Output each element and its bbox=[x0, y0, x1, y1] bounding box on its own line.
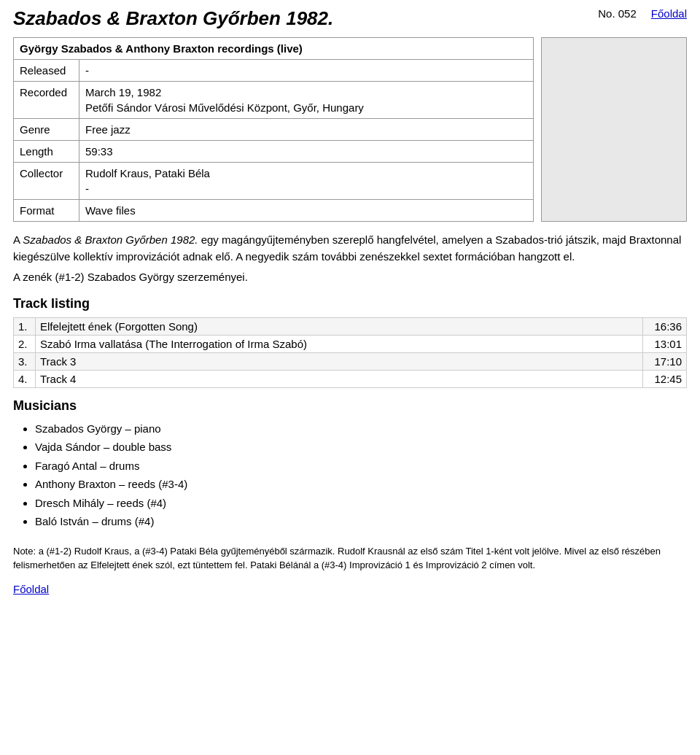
length-value: 59:33 bbox=[79, 141, 534, 163]
track-num: 2. bbox=[14, 335, 36, 352]
track-num: 4. bbox=[14, 370, 36, 387]
musicians-list: Szabados György – pianoVajda Sándor – do… bbox=[13, 419, 687, 531]
musician-item: Dresch Mihály – reeds (#4) bbox=[35, 494, 687, 513]
top-header: Szabados & Braxton Győrben 1982. No. 052… bbox=[13, 7, 687, 30]
genre-value: Free jazz bbox=[79, 119, 534, 141]
note-section: Note: a (#1-2) Rudolf Kraus, a (#3-4) Pa… bbox=[13, 544, 687, 573]
album-image bbox=[541, 37, 687, 222]
track-title: Track 3 bbox=[36, 352, 643, 370]
page-title: Szabados & Braxton Győrben 1982. bbox=[13, 7, 333, 30]
track-listing-section: Track listing 1. Elfelejtett ének (Forgo… bbox=[13, 296, 687, 388]
track-duration: 17:10 bbox=[643, 352, 687, 370]
footer-fooldal-link[interactable]: Főoldal bbox=[13, 583, 49, 595]
musicians-title: Musicians bbox=[13, 398, 687, 414]
collector-value: Rudolf Kraus, Pataki Béla- bbox=[79, 163, 534, 200]
track-title: Track 4 bbox=[36, 370, 643, 387]
musician-item: Faragó Antal – drums bbox=[35, 457, 687, 476]
track-row: 4. Track 4 12:45 bbox=[14, 370, 687, 387]
track-duration: 13:01 bbox=[643, 335, 687, 352]
track-row: 1. Elfelejtett ének (Forgotten Song) 16:… bbox=[14, 317, 687, 335]
description-para1: A Szabados & Braxton Győrben 1982. egy m… bbox=[13, 232, 687, 265]
collector-label: Collector bbox=[14, 163, 79, 200]
header-fooldal-link[interactable]: Főoldal bbox=[651, 7, 687, 20]
footer: Főoldal bbox=[13, 583, 687, 595]
table-row: Released - bbox=[14, 60, 534, 82]
no-label: No. 052 bbox=[598, 7, 637, 20]
track-table: 1. Elfelejtett ének (Forgotten Song) 16:… bbox=[13, 317, 687, 388]
track-listing-title: Track listing bbox=[13, 296, 687, 311]
note-text: Note: a (#1-2) Rudolf Kraus, a (#3-4) Pa… bbox=[13, 546, 661, 571]
format-label: Format bbox=[14, 200, 79, 222]
released-value: - bbox=[79, 60, 534, 82]
table-row: Collector Rudolf Kraus, Pataki Béla- bbox=[14, 163, 534, 200]
track-duration: 12:45 bbox=[643, 370, 687, 387]
track-num: 1. bbox=[14, 317, 36, 335]
length-label: Length bbox=[14, 141, 79, 163]
musician-item: Vajda Sándor – double bass bbox=[35, 438, 687, 457]
track-title: Elfelejtett ének (Forgotten Song) bbox=[36, 317, 643, 335]
main-layout: György Szabados & Anthony Braxton record… bbox=[13, 37, 687, 222]
table-row: Genre Free jazz bbox=[14, 119, 534, 141]
description-para2: A zenék (#1-2) Szabados György szerzemén… bbox=[13, 269, 687, 286]
musician-item: Anthony Braxton – reeds (#3-4) bbox=[35, 475, 687, 494]
description: A Szabados & Braxton Győrben 1982. egy m… bbox=[13, 232, 687, 286]
track-row: 3. Track 3 17:10 bbox=[14, 352, 687, 370]
table-header: György Szabados & Anthony Braxton record… bbox=[14, 38, 534, 60]
track-num: 3. bbox=[14, 352, 36, 370]
recorded-label: Recorded bbox=[14, 82, 79, 119]
recorded-value: March 19, 1982Petőfi Sándor Városi Művel… bbox=[79, 82, 534, 119]
table-row: Format Wave files bbox=[14, 200, 534, 222]
table-row: Length 59:33 bbox=[14, 141, 534, 163]
musician-item: Szabados György – piano bbox=[35, 419, 687, 438]
released-label: Released bbox=[14, 60, 79, 82]
info-table: György Szabados & Anthony Braxton record… bbox=[13, 37, 534, 222]
musicians-section: Musicians Szabados György – pianoVajda S… bbox=[13, 398, 687, 531]
track-row: 2. Szabó Irma vallatása (The Interrogati… bbox=[14, 335, 687, 352]
format-value: Wave files bbox=[79, 200, 534, 222]
top-right-area: No. 052 Főoldal bbox=[598, 7, 687, 20]
info-table-wrap: György Szabados & Anthony Braxton record… bbox=[13, 37, 534, 222]
genre-label: Genre bbox=[14, 119, 79, 141]
table-row: Recorded March 19, 1982Petőfi Sándor Vár… bbox=[14, 82, 534, 119]
description-italic: Szabados & Braxton Győrben 1982. bbox=[23, 233, 198, 246]
musician-item: Baló István – drums (#4) bbox=[35, 512, 687, 531]
track-title: Szabó Irma vallatása (The Interrogation … bbox=[36, 335, 643, 352]
track-duration: 16:36 bbox=[643, 317, 687, 335]
